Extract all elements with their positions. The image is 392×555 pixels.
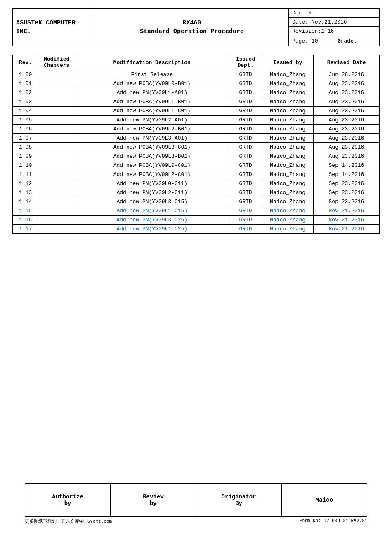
desc-cell: Add new PCBA(YV09L0-C01) [75,161,229,170]
issued-by-cell: Maico_Zhang [262,107,313,116]
table-row: 1.00First ReleaseGRTDMaico_ZhangJun.28.2… [13,70,380,79]
product-name: RX460 [99,19,285,26]
issued-by-cell: Maico_Zhang [262,179,313,188]
table-row: 1.01Add new PCBA(YV09L0-B01)GRTDMaico_Zh… [13,79,380,88]
rev-cell: 1.00 [13,70,38,79]
issued-by-cell: Maico_Zhang [262,88,313,97]
table-row: 1.13Add new PN(YV09L2-C11)GRTDMaico_Zhan… [13,188,380,197]
table-row: 1.07Add new PN(YV09L3-A01)GRTDMaico_Zhan… [13,134,380,143]
col-header-chapters: ModifiedChapters [38,55,75,70]
rev-cell: 1.16 [13,216,38,225]
date-cell: Aug.23.2016 [313,134,379,143]
dept-cell: GRTD [229,152,262,161]
desc-cell: First Release [75,70,229,79]
chapters-cell [38,197,75,206]
desc-cell: Add new PCBA(YV09L3-C01) [75,143,229,152]
signature-table: Authorizeby Reviewby OriginatorBy Maico [25,483,367,517]
issued-by-cell: Maico_Zhang [262,206,313,216]
table-row: 1.12Add new PN(YV09L0-C11)GRTDMaico_Zhan… [13,179,380,188]
revision-label: Revision: [292,28,321,34]
issued-by-cell: Maico_Zhang [262,70,313,79]
chapters-cell [38,97,75,107]
desc-cell: Add new PN(YV09L3-A01) [75,134,229,143]
issued-by-cell: Maico_Zhang [262,143,313,152]
rev-cell: 1.01 [13,79,38,88]
footer: 更多图纸下载到：五八文库wk.58sms.com Form No: T2-009… [25,518,367,524]
dept-cell: GRTD [229,225,262,234]
date-cell: Jun.28.2016 [313,70,379,79]
chapters-cell [38,179,75,188]
desc-cell: Add new PCBA(YV09L3-B01) [75,152,229,161]
dept-cell: GRTD [229,197,262,206]
desc-cell: Add new PCBA(YV09L2-C01) [75,170,229,179]
issued-by-cell: Maico_Zhang [262,188,313,197]
desc-cell: Add new PCBA(YV09L0-B01) [75,79,229,88]
dept-cell: GRTD [229,107,262,116]
date-cell: Sep.14.2016 [313,161,379,170]
doc-title: Standard Operation Procedure [99,28,285,35]
issued-by-cell: Maico_Zhang [262,125,313,134]
date-cell: Sep.23.2016 [313,188,379,197]
issued-by-cell: Maico_Zhang [262,97,313,107]
title-cell: RX460 Standard Operation Procedure [95,9,289,46]
table-row: 1.14Add new PN(YV09L3-C15)GRTDMaico_Zhan… [13,197,380,206]
chapters-cell [38,152,75,161]
page-cell: Page: 10 [289,36,334,46]
table-row: 1.06Add new PCBA(YV09L2-B01)GRTDMaico_Zh… [13,125,380,134]
company-cell: ASUSTeK COMPUTER INC. [13,9,95,46]
chapters-cell [38,88,75,97]
doc-info-cell: Doc. No: Date: Nov.21.2016 Revision:1.16… [289,9,380,46]
col-header-date: Revised Date [313,55,379,70]
rev-cell: 1.12 [13,179,38,188]
col-header-rev: Rev. [13,55,38,70]
dept-cell: GRTD [229,88,262,97]
chapters-cell [38,107,75,116]
desc-cell: Add new PN(YV09L1-A01) [75,88,229,97]
desc-cell: Add new PN(YV09L0-C11) [75,179,229,188]
dept-cell: GRTD [229,143,262,152]
chapters-cell [38,70,75,79]
dept-cell: GRTD [229,179,262,188]
review-by-cell: Reviewby [111,484,196,517]
table-row: 1.10Add new PCBA(YV09L0-C01)GRTDMaico_Zh… [13,161,380,170]
desc-cell: Add new PCBA(YV09L1-B01) [75,97,229,107]
date-cell: Aug.23.2016 [313,88,379,97]
date-cell: Sep.14.2016 [313,170,379,179]
chapters-cell [38,143,75,152]
issued-by-cell: Maico_Zhang [262,116,313,125]
table-row: 1.03Add new PCBA(YV09L1-B01)GRTDMaico_Zh… [13,97,380,107]
date-cell: Aug.23.2016 [313,116,379,125]
desc-cell: Add new PCBA(YV09L2-B01) [75,125,229,134]
date-cell: Aug.23.2016 [313,79,379,88]
chapters-cell [38,206,75,216]
date-cell: Aug.23.2016 [313,125,379,134]
date-cell: Sep.23.2016 [313,197,379,206]
chapters-cell [38,225,75,234]
issued-by-cell: Maico_Zhang [262,225,313,234]
desc-cell: Add new PN(YV09L2-A01) [75,116,229,125]
maico-cell: Maico [281,484,367,517]
doc-no-label: Doc. No: [292,10,318,16]
footer-right: Form No: T2-009-01 Rev.01 [299,518,367,524]
dept-cell: GRTD [229,79,262,88]
footer-left: 更多图纸下载到：五八文库wk.58sms.com [25,518,112,524]
issued-by-cell: Maico_Zhang [262,152,313,161]
dept-cell: GRTD [229,116,262,125]
date-value: Nov.21.2016 [312,19,347,25]
date-row: Date: Nov.21.2016 [289,18,379,27]
page-value: 10 [312,38,318,44]
table-row: 1.11Add new PCBA(YV09L2-C01)GRTDMaico_Zh… [13,170,380,179]
dept-cell: GRTD [229,97,262,107]
chapters-cell [38,161,75,170]
rev-cell: 1.13 [13,188,38,197]
date-cell: Aug.23.2016 [313,97,379,107]
chapters-cell [38,125,75,134]
date-cell: Aug.23.2016 [313,143,379,152]
rev-cell: 1.02 [13,88,38,97]
col-header-dept: IssuedDept. [229,55,262,70]
dept-cell: GRTD [229,170,262,179]
desc-cell: Add new PN(YV09L2-C11) [75,188,229,197]
dept-cell: GRTD [229,70,262,79]
rev-cell: 1.17 [13,225,38,234]
rev-cell: 1.05 [13,116,38,125]
